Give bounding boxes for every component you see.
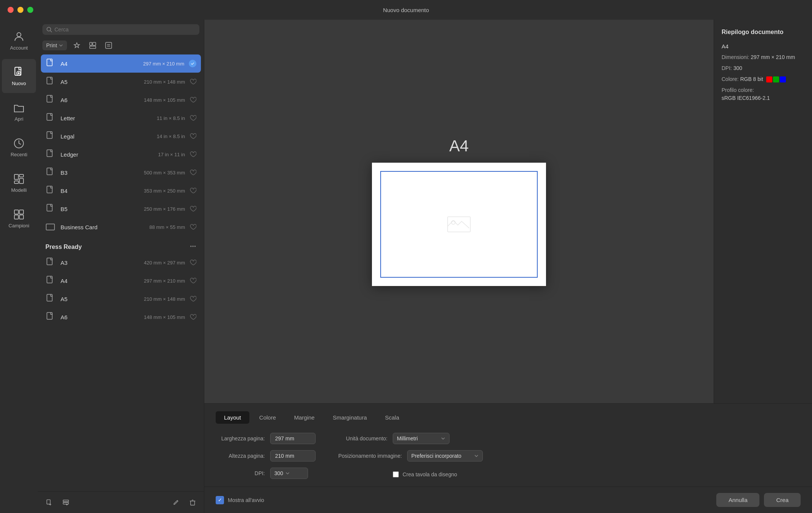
right-panel: A4 Riepilogo documento A4 — [204, 20, 812, 513]
posizionamento-select[interactable]: Preferisci incorporato — [407, 450, 483, 462]
press-ready-section-header: Press Ready — [41, 238, 201, 253]
svg-line-15 — [50, 31, 52, 32]
template-item-pr-a3[interactable]: A3 420 mm × 297 mm — [41, 253, 201, 272]
favorite-icon[interactable] — [190, 295, 196, 302]
config-section: Layout Colore Margine Smarginatura Scala… — [204, 403, 812, 487]
template-item-pr-a4[interactable]: A4 297 mm × 210 mm — [41, 272, 201, 290]
favorite-icon[interactable] — [190, 314, 196, 320]
favorite-icon[interactable] — [190, 133, 196, 140]
preview-placeholder — [446, 215, 472, 234]
filter-select[interactable]: Print — [42, 40, 67, 50]
template-item-b3[interactable]: B3 500 mm × 353 mm — [41, 163, 201, 182]
delete-template-button[interactable] — [186, 496, 199, 509]
larghezza-input[interactable] — [270, 433, 316, 444]
blue-swatch — [780, 76, 786, 82]
unita-select[interactable]: Millimetri — [393, 433, 450, 444]
show-on-start-checkbox[interactable]: ✓ — [216, 496, 224, 504]
bottom-bar: ✓ Mostra all'avvio Annulla Crea — [204, 487, 812, 513]
minimize-button[interactable] — [17, 7, 23, 13]
rename-template-button[interactable] — [169, 496, 183, 509]
favorite-icon[interactable] — [190, 151, 196, 158]
favorite-icon[interactable] — [190, 169, 196, 176]
template-size: 297 mm × 210 mm — [143, 61, 184, 67]
page-icon — [45, 185, 56, 196]
favorite-icon[interactable] — [190, 224, 196, 230]
grid-view-button[interactable] — [87, 39, 99, 51]
template-item-pr-a5[interactable]: A5 210 mm × 148 mm — [41, 290, 201, 308]
svg-rect-26 — [47, 132, 52, 138]
sidebar-item-recenti[interactable]: Recenti — [2, 130, 36, 164]
template-item-a6[interactable]: A6 148 mm × 105 mm — [41, 91, 201, 109]
page-icon — [45, 131, 56, 141]
sidebar-item-apri-label: Apri — [14, 116, 23, 122]
section-menu-button[interactable] — [190, 243, 196, 251]
search-bar — [38, 20, 204, 38]
summary-doc-name: A4 — [722, 43, 804, 50]
sidebar-item-apri[interactable]: Apri — [2, 95, 36, 129]
favorite-icon[interactable] — [190, 277, 196, 284]
page-icon — [45, 76, 56, 87]
config-fields: Larghezza pagina: Unità documento: Milli… — [216, 433, 481, 479]
svg-rect-18 — [90, 46, 96, 48]
sidebar-item-account[interactable]: Account — [2, 23, 36, 58]
search-input-wrap[interactable] — [42, 24, 199, 35]
template-item-legal[interactable]: Legal 14 in × 8.5 in — [41, 127, 201, 145]
svg-rect-19 — [106, 42, 112, 48]
favorite-filter-button[interactable] — [71, 39, 83, 51]
svg-rect-23 — [47, 77, 52, 84]
svg-point-32 — [190, 246, 192, 247]
dpi-select[interactable]: 300 — [270, 468, 308, 479]
template-item-a5[interactable]: A5 210 mm × 148 mm — [41, 73, 201, 91]
unita-field-row: Unità documento: Millimetri — [338, 433, 483, 444]
template-name: Ledger — [61, 151, 154, 158]
template-item-b5[interactable]: B5 250 mm × 176 mm — [41, 200, 201, 218]
favorite-icon[interactable] — [190, 259, 196, 266]
altezza-field-row: Altezza pagina: — [216, 450, 316, 462]
favorite-icon[interactable] — [190, 96, 196, 103]
template-size: 250 mm × 176 mm — [144, 206, 185, 212]
add-template-button[interactable] — [42, 496, 56, 509]
sidebar-item-modelli[interactable]: Modelli — [2, 166, 36, 200]
chevron-down-icon — [285, 471, 290, 476]
maximize-button[interactable] — [27, 7, 33, 13]
favorite-icon[interactable] — [190, 78, 196, 85]
template-item-a4[interactable]: A4 297 mm × 210 mm — [41, 54, 201, 73]
larghezza-label: Larghezza pagina: — [216, 435, 265, 441]
sidebar-item-campioni[interactable]: Campioni — [2, 201, 36, 235]
sidebar-item-recenti-label: Recenti — [11, 152, 27, 157]
favorite-icon[interactable] — [190, 205, 196, 212]
svg-rect-28 — [47, 168, 52, 175]
template-item-ledger[interactable]: Ledger 17 in × 11 in — [41, 145, 201, 163]
cancel-button[interactable]: Annulla — [716, 493, 759, 507]
altezza-input[interactable] — [270, 450, 316, 462]
template-item-letter[interactable]: Letter 11 in × 8.5 in — [41, 109, 201, 127]
list-view-button[interactable] — [103, 39, 115, 51]
tab-scala[interactable]: Scala — [376, 411, 408, 424]
add-section-button[interactable] — [59, 496, 73, 509]
svg-rect-25 — [47, 113, 52, 120]
favorite-icon[interactable] — [190, 115, 196, 121]
tab-layout[interactable]: Layout — [216, 411, 249, 424]
template-item-business-card[interactable]: Business Card 88 mm × 55 mm — [41, 218, 201, 236]
template-size: 88 mm × 55 mm — [149, 224, 185, 230]
summary-dimensioni: Dimensioni: 297 mm × 210 mm — [722, 53, 804, 61]
search-input[interactable] — [54, 26, 196, 33]
favorite-icon[interactable] — [190, 187, 196, 194]
tab-smarginatura[interactable]: Smarginatura — [324, 411, 375, 424]
template-item-b4[interactable]: B4 353 mm × 250 mm — [41, 182, 201, 200]
create-button[interactable]: Crea — [764, 493, 801, 507]
tab-margine[interactable]: Margine — [286, 411, 323, 424]
svg-rect-11 — [19, 210, 23, 214]
show-on-start-label: Mostra all'avvio — [228, 497, 264, 503]
tavola-checkbox[interactable] — [393, 471, 399, 477]
close-button[interactable] — [8, 7, 14, 13]
template-item-pr-a6[interactable]: A6 148 mm × 105 mm — [41, 308, 201, 326]
sidebar-item-nuovo[interactable]: Nuovo — [2, 59, 36, 93]
tab-colore[interactable]: Colore — [251, 411, 284, 424]
dpi-label: DPI: — [216, 470, 265, 476]
svg-rect-38 — [47, 312, 52, 319]
summary-panel: Riepilogo documento A4 Dimensioni: 297 m… — [714, 20, 812, 403]
dpi-value: 300 — [274, 470, 283, 476]
summary-title: Riepilogo documento — [722, 29, 804, 36]
sidebar: Account Nuovo Apri Rece — [0, 20, 38, 513]
